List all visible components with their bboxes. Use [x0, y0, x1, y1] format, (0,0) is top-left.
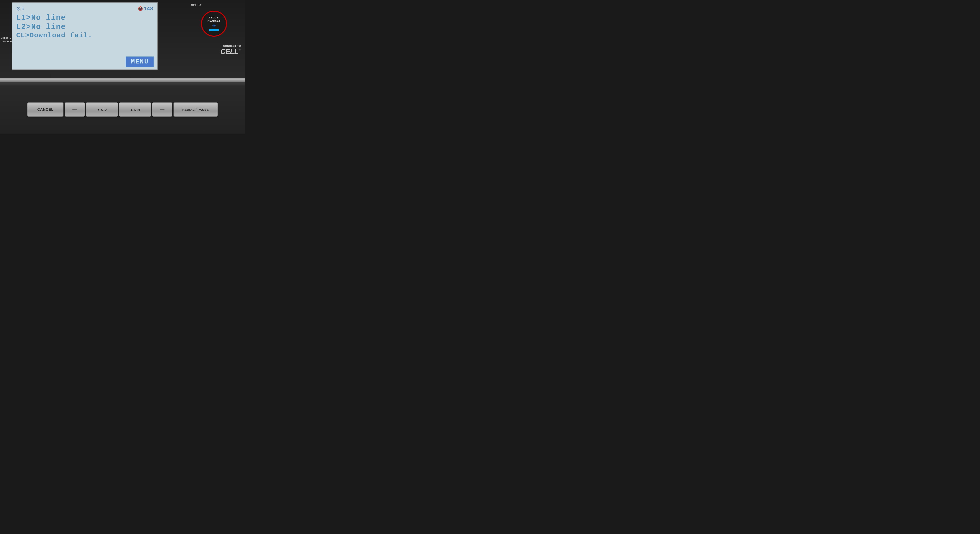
cancel-button[interactable]: CANCEL — [27, 102, 64, 116]
signal-icon: 📵 — [138, 6, 143, 11]
lcd-line2: L2>No line — [16, 22, 153, 32]
bluetooth-icon: Ⓑ — [212, 24, 216, 28]
cell-b-indicator-bar — [209, 29, 219, 31]
connect-to-cell-label: CONNECT TO CELL™ — [220, 45, 241, 56]
cell-tm-text: CELL™ — [220, 48, 241, 56]
left-label-area: Caller ID nnounce — [0, 36, 12, 43]
lcd-line3: CL>Download fail. — [16, 32, 153, 40]
caller-id-label: Caller ID — [1, 36, 12, 40]
no-ring-icon: ⊘ — [16, 6, 21, 12]
redial-pause-button[interactable]: REDIAL / PAUSE — [173, 102, 218, 116]
line-b-indicator: B — [22, 7, 24, 10]
connect-to-text: CONNECT TO — [220, 45, 241, 48]
cell-b-headset-button[interactable]: CELL BHEADSET Ⓑ — [201, 11, 227, 37]
lcd-top-bar: ⊘ B 📵 148 — [16, 6, 153, 12]
lcd-icons-left: ⊘ B — [16, 6, 24, 12]
lcd-signal-area: 📵 148 — [138, 6, 153, 12]
announce-label: nnounce — [1, 40, 12, 43]
lcd-menu-button[interactable]: MENU — [126, 56, 154, 67]
dir-button[interactable]: ▲ DIR — [119, 102, 151, 116]
lcd-screen: ⊘ B 📵 148 L1>No line L2>No line CL>Downl… — [12, 2, 158, 70]
cell-b-label: CELL BHEADSET — [208, 16, 220, 22]
signal-number: 148 — [144, 6, 153, 12]
cid-button[interactable]: ▼ CID — [86, 102, 118, 116]
phone-body: Caller ID nnounce ⊘ B 📵 148 L1>No line L… — [0, 0, 245, 134]
lcd-line1: L1>No line — [16, 13, 153, 22]
dash2-button[interactable]: — — [152, 102, 172, 116]
button-area: CANCEL — ▼ CID ▲ DIR — REDIAL / PAUSE — [0, 86, 245, 134]
cell-a-label: CELL A — [191, 3, 201, 6]
dash1-button[interactable]: — — [65, 102, 85, 116]
